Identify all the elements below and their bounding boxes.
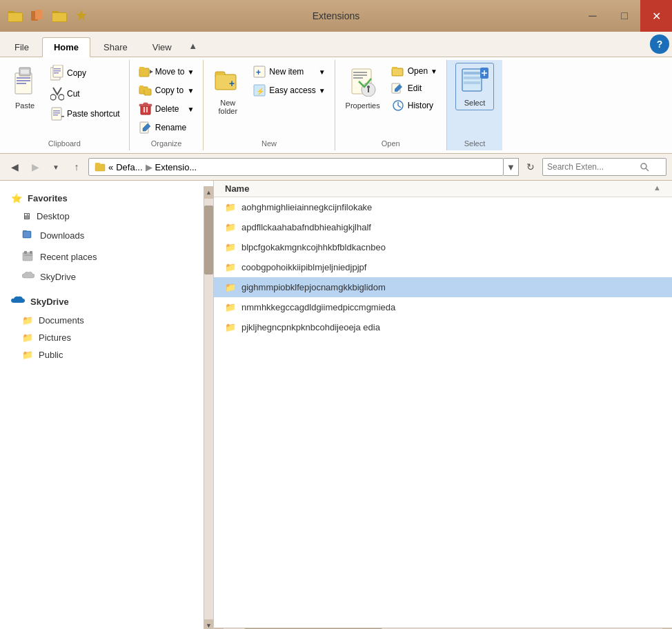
properties-button[interactable]: Properties [341, 63, 385, 113]
clipboard-label: Clipboard [48, 139, 81, 148]
paste-options-button[interactable]: Paste shortcut [47, 104, 123, 123]
sidebar-item-desktop[interactable]: 🖥 Desktop [0, 208, 204, 225]
new-item-button[interactable]: + New item ▼ [249, 63, 328, 81]
svg-rect-28 [139, 67, 144, 70]
sidebar-item-downloads[interactable]: Downloads [0, 225, 204, 246]
tab-file[interactable]: File [3, 37, 41, 57]
address-bar: ◀ ▶ ▼ ↑ « Defa... ▶ Extensio... ▼ ↻ [0, 154, 672, 181]
tab-share[interactable]: Share [92, 37, 139, 57]
sidebar-scroll-up[interactable]: ▲ [204, 186, 214, 199]
history-button[interactable]: History [388, 97, 441, 114]
sidebar-item-skydrive-fav[interactable]: SkyDrive [0, 268, 204, 286]
file-item-6[interactable]: 📁 nmmhkkegccagdldgiimedpiccmgmieda [214, 297, 672, 317]
copy-to-dropdown-icon: ▼ [187, 87, 194, 94]
quick-access-icon[interactable] [72, 6, 91, 26]
recent-icon [22, 250, 34, 264]
copy-label: Copy [67, 68, 86, 78]
window-title: Extensions [313, 10, 359, 21]
rename-button[interactable]: Rename [135, 119, 198, 137]
svg-rect-7 [52, 13, 66, 21]
help-button[interactable]: ? [650, 34, 669, 54]
file-item-1[interactable]: 📁 aohghmighlieiainnegkcijnfilokake [214, 197, 672, 217]
sidebar-scrollbar: ▲ ▼ [204, 186, 213, 629]
svg-rect-63 [464, 72, 480, 74]
app-icon-2[interactable] [28, 6, 47, 26]
address-dropdown-button[interactable]: ▼ [504, 158, 519, 176]
file-item-3[interactable]: 📁 blpcfgokakmgnkcojhhkbfbldkacnbeo [214, 237, 672, 257]
sidebar-item-recent[interactable]: Recent places [0, 246, 204, 268]
svg-rect-24 [53, 112, 60, 114]
file-name-6: nmmhkkegccagdldgiimedpiccmgmieda [241, 302, 395, 312]
svg-rect-19 [54, 72, 59, 74]
address-path[interactable]: « Defa... ▶ Extensio... [88, 158, 504, 176]
svg-point-71 [641, 163, 646, 169]
copy-to-button[interactable]: Copy to ▼ [135, 81, 198, 99]
svg-rect-33 [144, 88, 148, 90]
select-button[interactable]: Select [455, 63, 494, 110]
easy-access-button[interactable]: ⚡ Easy access ▼ [249, 81, 328, 99]
documents-label: Documents [39, 315, 84, 326]
move-to-button[interactable]: Move to ▼ [135, 63, 198, 81]
sidebar-item-pictures[interactable]: 📁 Pictures [0, 329, 204, 346]
file-name-4: coobgpohoikkiipiblmjeljniedjpjpf [241, 262, 366, 272]
new-small-group: + New item ▼ ⚡ Easy access ▼ [249, 63, 328, 99]
search-icon [640, 162, 649, 172]
paste-button[interactable]: Paste [6, 63, 44, 113]
ribbon: File Home Share View ▲ ? [0, 32, 672, 154]
svg-rect-26 [61, 116, 64, 117]
tab-view[interactable]: View [141, 37, 184, 57]
up-button[interactable]: ↑ [68, 158, 86, 176]
open-label: Open [382, 139, 400, 148]
cut-button[interactable]: Cut [47, 84, 123, 103]
move-to-label: Move to [155, 67, 185, 77]
file-item-5[interactable]: 📁 gighmmpiobklfepjocnamgkkbiglidom [214, 277, 672, 297]
copy-to-label: Copy to [155, 86, 184, 95]
skydrive-section: SkyDrive 📁 Documents 📁 Pictures 📁 Public [0, 289, 204, 366]
search-box [542, 158, 666, 176]
sidebar-scroll-down[interactable]: ▼ [204, 619, 214, 629]
svg-line-61 [398, 106, 401, 108]
name-column-header[interactable]: Name [225, 183, 661, 194]
edit-button[interactable]: Edit [388, 80, 441, 97]
new-folder-button[interactable]: + Newfolder [209, 63, 246, 119]
refresh-button[interactable]: ↻ [522, 158, 540, 176]
forward-button[interactable]: ▶ [26, 158, 44, 176]
minimize-button[interactable]: ─ [577, 0, 609, 32]
select-label: Select [464, 99, 486, 107]
open-button[interactable]: Open ▼ [388, 63, 441, 79]
dropdown-history-button[interactable]: ▼ [47, 158, 65, 176]
sidebar-scroll-thumb[interactable] [204, 206, 213, 274]
file-name-2: apdfllckaahabafndbhieahigkjlhalf [241, 222, 371, 232]
ribbon-group-clipboard: Paste Copy [0, 60, 130, 150]
open-items: Properties Open ▼ [341, 63, 441, 137]
content-header: Name [214, 181, 672, 197]
properties-label: Properties [346, 101, 380, 110]
file-item-2[interactable]: 📁 apdfllckaahabafndbhieahigkjlhalf [214, 217, 672, 237]
search-input[interactable] [547, 162, 637, 172]
file-name-5: gighmmpiobklfepjocnamgkkbiglidom [241, 282, 386, 292]
title-bar: Extensions ─ □ ✕ [0, 0, 672, 32]
properties-icon [349, 66, 377, 100]
rename-label: Rename [155, 123, 186, 132]
svg-rect-36 [144, 103, 148, 105]
maximize-button[interactable]: □ [609, 0, 640, 32]
copy-button[interactable]: Copy [47, 63, 123, 83]
tab-home[interactable]: Home [42, 37, 90, 57]
back-button[interactable]: ◀ [6, 158, 23, 176]
skydrive-icon [11, 296, 25, 308]
app-icon-3[interactable] [50, 6, 69, 26]
file-icon-3: 📁 [225, 242, 236, 252]
app-icon-folder[interactable] [6, 6, 25, 26]
file-item-7[interactable]: 📁 pjkljhegncpnkpknbcohdijeoeja edia [214, 317, 672, 337]
close-button[interactable]: ✕ [640, 0, 672, 32]
delete-button[interactable]: Delete ▼ [135, 100, 198, 118]
new-item-dropdown: ▼ [319, 68, 326, 76]
clipboard-items: Paste Copy [6, 63, 123, 137]
sidebar-item-documents[interactable]: 📁 Documents [0, 312, 204, 329]
sidebar-item-public[interactable]: 📁 Public [0, 346, 204, 363]
file-item-4[interactable]: 📁 coobgpohoikkiipiblmjeljniedjpjpf [214, 257, 672, 277]
clipboard-small-group: Copy Cut [47, 63, 123, 123]
svg-rect-23 [53, 110, 60, 112]
sort-arrow-icon[interactable]: ▲ [653, 183, 661, 192]
ribbon-collapse-btn[interactable]: ▲ [185, 37, 201, 54]
